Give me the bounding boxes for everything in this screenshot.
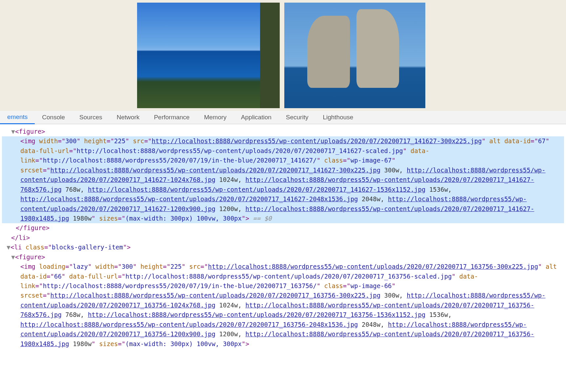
srcset-link[interactable]: http://localhost:8888/wordpress55/wp-con… xyxy=(51,292,381,299)
srcset-link[interactable]: http://localhost:8888/wordpress55/wp-con… xyxy=(20,195,358,203)
page-preview xyxy=(0,0,566,111)
li-close[interactable]: </li> xyxy=(2,233,564,243)
elements-tree[interactable]: ▼<figure> <img width="300" height="225" … xyxy=(0,124,566,355)
srcset-link[interactable]: http://localhost:8888/wordpress55/wp-con… xyxy=(88,186,426,193)
tab-network[interactable]: Network xyxy=(110,111,147,124)
img-element-2[interactable]: <img loading="lazy" width="300" height="… xyxy=(2,262,564,349)
expand-arrow-icon[interactable]: ▼ xyxy=(11,252,15,262)
devtools-tabs: ements Console Sources Network Performan… xyxy=(0,111,566,124)
tab-application[interactable]: Application xyxy=(234,111,279,124)
figure-open-2[interactable]: ▼<figure> xyxy=(2,252,564,262)
srcset-link[interactable]: http://localhost:8888/wordpress55/wp-con… xyxy=(51,167,381,174)
figure-close[interactable]: </figure> xyxy=(2,223,564,233)
src-link[interactable]: http://localhost:8888/wordpress55/wp-con… xyxy=(208,263,538,270)
tab-performance[interactable]: Performance xyxy=(147,111,197,124)
tab-memory[interactable]: Memory xyxy=(197,111,234,124)
expand-arrow-icon[interactable]: ▼ xyxy=(11,127,15,136)
li-open[interactable]: ▼<li class="blocks-gallery-item"> xyxy=(2,243,564,252)
tab-sources[interactable]: Sources xyxy=(72,111,110,124)
img-element-selected[interactable]: <img width="300" height="225" src="http:… xyxy=(2,136,564,223)
gallery-image-2[interactable] xyxy=(284,3,425,108)
figure-open[interactable]: ▼<figure> xyxy=(2,127,564,136)
srcset-link[interactable]: http://localhost:8888/wordpress55/wp-con… xyxy=(88,311,426,318)
tab-console[interactable]: Console xyxy=(35,111,72,124)
src-link[interactable]: http://localhost:8888/wordpress55/wp-con… xyxy=(152,137,482,145)
expand-arrow-icon[interactable]: ▼ xyxy=(7,243,10,252)
tab-lighthouse[interactable]: Lighthouse xyxy=(315,111,360,124)
tab-elements[interactable]: ements xyxy=(0,111,35,124)
selection-marker: == $0 xyxy=(253,215,272,222)
gallery-image-1[interactable] xyxy=(137,3,280,108)
tab-security[interactable]: Security xyxy=(279,111,316,124)
srcset-link[interactable]: http://localhost:8888/wordpress55/wp-con… xyxy=(20,321,358,328)
